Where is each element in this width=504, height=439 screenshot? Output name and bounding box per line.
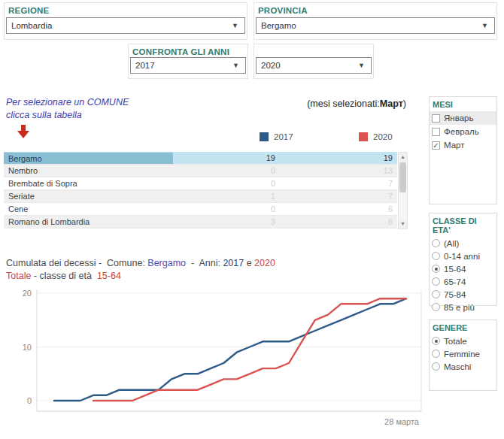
gender-item[interactable]: Femmine	[430, 347, 496, 360]
table-row[interactable]: Nembro013	[4, 165, 397, 177]
comune-cell: Nembro	[4, 165, 173, 177]
value-2020-cell: 7	[283, 177, 397, 189]
radio-icon[interactable]	[432, 239, 440, 247]
radio-icon[interactable]	[432, 303, 440, 311]
mesi-items: ЯнварьФевраль✓Март	[430, 111, 496, 152]
legend-swatch-icon	[359, 132, 368, 141]
scroll-down-icon[interactable]: ▼	[399, 220, 407, 229]
value-2020-cell: 6	[283, 216, 397, 228]
chart-title-segment: Bergamo	[147, 258, 186, 268]
age-class-item[interactable]: 15-64	[430, 262, 496, 275]
selected-months-note: (mesi selezionati:Март)	[307, 98, 406, 109]
gender-label: Totale	[444, 337, 467, 346]
age-class-item[interactable]: (All)	[430, 237, 496, 250]
chart-title-segment: Cumulata dei decessi -	[6, 258, 107, 268]
table-row[interactable]: Brembate di Sopra07	[4, 177, 397, 190]
months-note-prefix: (mesi selezionati:	[307, 98, 380, 109]
regione-label: REGIONE	[8, 6, 49, 15]
anno1-dropdown[interactable]: 2017 ▼	[130, 57, 246, 74]
checkbox-icon[interactable]	[432, 114, 440, 123]
instruction-line2: clicca sulla tabella	[6, 109, 129, 122]
value-2017-cell: 0	[173, 177, 283, 189]
comune-cell: Bergamo	[4, 152, 173, 164]
comune-cell: Seriate	[4, 190, 173, 202]
age-class-item[interactable]: 85 e più	[430, 301, 496, 313]
value-2020-cell: 13	[283, 165, 397, 177]
month-item[interactable]: ✓Март	[430, 138, 496, 152]
mesi-filter-panel: MESI ЯнварьФевраль✓Март	[429, 96, 497, 204]
classe-eta-title: CLASSE DI ETA'	[430, 213, 496, 237]
y-axis-tick-label: 0	[27, 396, 32, 405]
radio-selected-icon[interactable]	[432, 265, 440, 273]
gender-item[interactable]: Maschi	[430, 360, 496, 373]
age-class-item[interactable]: 75-84	[430, 288, 496, 301]
month-item[interactable]: Январь	[430, 111, 496, 125]
radio-selected-icon[interactable]	[432, 337, 440, 345]
table-row[interactable]: Seriate17	[4, 190, 397, 203]
anno2-dropdown[interactable]: 2020 ▼	[256, 57, 372, 74]
legend-label: 2020	[373, 132, 393, 141]
chart-title: Cumulata dei decessi - Comune: Bergamo -…	[6, 257, 275, 283]
legend-item-2017[interactable]: 2017	[260, 129, 293, 140]
legend-item-2020[interactable]: 2020	[359, 129, 393, 140]
chevron-down-icon: ▼	[358, 58, 365, 73]
radio-icon[interactable]	[432, 252, 440, 260]
y-axis-tick-label: 20	[23, 289, 32, 298]
regione-dropdown[interactable]: Lombardia ▼	[6, 17, 245, 34]
gender-label: Femmine	[444, 350, 480, 359]
radio-icon[interactable]	[432, 350, 440, 358]
value-2017-cell: 0	[173, 203, 283, 215]
legend-swatch-icon	[260, 132, 269, 141]
scrollbar-thumb[interactable]	[399, 162, 406, 192]
age-class-item[interactable]: 0-14 anni	[430, 250, 496, 262]
table-row[interactable]: Bergamo1919	[4, 152, 397, 165]
provincia-filter-panel: PROVINCIA Bergamo ▼	[254, 2, 497, 40]
age-class-label: 75-84	[444, 290, 466, 299]
gender-item[interactable]: Totale	[430, 335, 496, 347]
mesi-title: MESI	[430, 97, 496, 111]
comune-cell: Cene	[4, 203, 173, 215]
genere-items: TotaleFemmineMaschi	[430, 335, 496, 373]
chart-title-segment: -	[186, 258, 199, 268]
red-down-arrow-icon	[17, 125, 30, 138]
month-item[interactable]: Февраль	[430, 125, 496, 138]
months-note-month: Март	[380, 98, 403, 109]
radio-icon[interactable]	[432, 362, 440, 371]
radio-icon[interactable]	[432, 277, 440, 286]
age-class-label: 85 e più	[444, 303, 475, 312]
comune-cell: Romano di Lombardia	[4, 216, 173, 228]
chevron-down-icon: ▼	[232, 58, 239, 73]
anno2-value: 2020	[261, 58, 281, 73]
value-2017-cell: 3	[173, 216, 283, 228]
value-2020-cell: 7	[283, 190, 397, 202]
provincia-label: PROVINCIA	[258, 6, 308, 15]
chart-title-segment: - classe di età	[31, 271, 97, 281]
classe-eta-filter-panel: CLASSE DI ETA' (All)0-14 anni15-6465-747…	[429, 213, 497, 306]
month-label: Февраль	[444, 127, 479, 136]
radio-icon[interactable]	[432, 290, 440, 298]
checkbox-icon[interactable]	[432, 128, 440, 136]
months-note-suffix: )	[403, 98, 406, 109]
chart-title-segment: 15-64	[97, 271, 121, 281]
age-class-item[interactable]: 65-74	[430, 275, 496, 288]
instruction-line1: Per selezionare un COMUNE	[6, 96, 129, 109]
comune-table-body: Bergamo1919Nembro013Brembate di Sopra07S…	[4, 152, 397, 229]
scroll-up-icon[interactable]: ▲	[399, 153, 407, 162]
chart-title-line2: Totale - classe di età 15-64	[6, 270, 275, 283]
age-class-label: 65-74	[444, 277, 466, 286]
age-class-label: 0-14 anni	[444, 252, 480, 261]
chart-title-segment: Totale	[6, 271, 31, 281]
regione-value: Lombardia	[11, 18, 52, 33]
chart-title-segment: 2020	[254, 258, 275, 268]
instruction-text: Per selezionare un COMUNE clicca sulla t…	[6, 96, 129, 122]
chart-title-segment: 2017	[223, 258, 244, 268]
age-class-label: 15-64	[444, 265, 466, 274]
chart-title-segment: e	[244, 258, 254, 268]
provincia-dropdown[interactable]: Bergamo ▼	[256, 17, 495, 34]
anno1-value: 2017	[135, 58, 155, 73]
checkbox-checked-icon[interactable]: ✓	[432, 141, 440, 150]
table-row[interactable]: Cene06	[4, 203, 397, 216]
table-row[interactable]: Romano di Lombardia36	[4, 216, 397, 229]
table-scrollbar[interactable]: ▲ ▼	[398, 152, 408, 229]
value-2020-cell: 6	[283, 203, 397, 215]
